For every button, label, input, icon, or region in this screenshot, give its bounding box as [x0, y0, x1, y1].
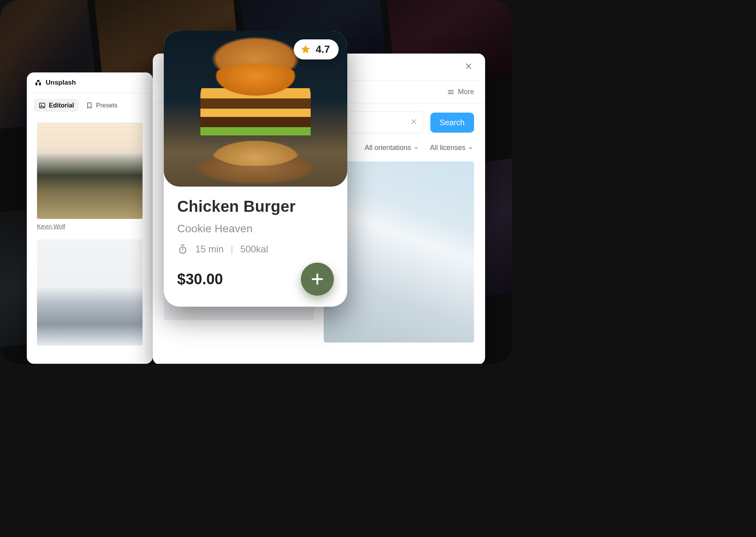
filter-label: All orientations — [365, 144, 411, 152]
prep-time: 15 min — [195, 244, 224, 255]
separator: | — [231, 244, 233, 255]
tab-label: Presets — [96, 102, 117, 109]
close-button[interactable] — [463, 61, 474, 73]
more-button[interactable]: More — [447, 88, 474, 96]
timer-icon — [177, 244, 188, 255]
add-button[interactable] — [301, 263, 334, 296]
orientation-filter[interactable]: All orientations — [365, 144, 419, 152]
rating-badge: 4.7 — [294, 39, 339, 59]
tab-label: Editorial — [49, 102, 74, 109]
food-image: 4.7 — [164, 31, 347, 187]
food-title: Chicken Burger — [177, 198, 334, 215]
more-label: More — [458, 88, 474, 96]
svg-point-1 — [41, 104, 42, 105]
photo-thumbnail[interactable] — [37, 239, 143, 346]
meta-row: 15 min | 500kal — [177, 244, 334, 255]
food-card: 4.7 Chicken Burger Cookie Heaven 15 min … — [164, 31, 347, 307]
price: $30.00 — [177, 271, 223, 288]
calories: 500kal — [240, 244, 268, 255]
tab-editorial[interactable]: Editorial — [34, 99, 79, 112]
unsplash-logo-icon — [35, 79, 42, 86]
clear-search-button[interactable] — [410, 118, 417, 127]
chevron-down-icon — [413, 145, 419, 151]
stage: Unsplash Editorial Presets Kevin Wolf — [0, 0, 512, 364]
search-button[interactable]: Search — [430, 113, 474, 133]
photo-thumbnail[interactable] — [37, 122, 143, 219]
filter-label: All licenses — [430, 144, 465, 152]
food-subtitle: Cookie Heaven — [177, 222, 334, 235]
chevron-down-icon — [468, 145, 473, 151]
panel-header: Unsplash — [27, 72, 153, 93]
image-icon — [39, 102, 46, 109]
star-icon — [300, 44, 311, 55]
license-filter[interactable]: All licenses — [430, 144, 473, 152]
tabs-row: Editorial Presets — [27, 93, 153, 116]
bookmark-icon — [86, 102, 93, 109]
menu-icon — [447, 88, 455, 96]
tab-presets[interactable]: Presets — [86, 102, 117, 109]
plus-icon — [310, 272, 324, 286]
rating-value: 4.7 — [316, 43, 330, 56]
photo-credit-link[interactable]: Kevin Wolf — [37, 223, 65, 230]
unsplash-panel-small: Unsplash Editorial Presets Kevin Wolf — [27, 72, 153, 364]
brand-label: Unsplash — [46, 79, 76, 87]
